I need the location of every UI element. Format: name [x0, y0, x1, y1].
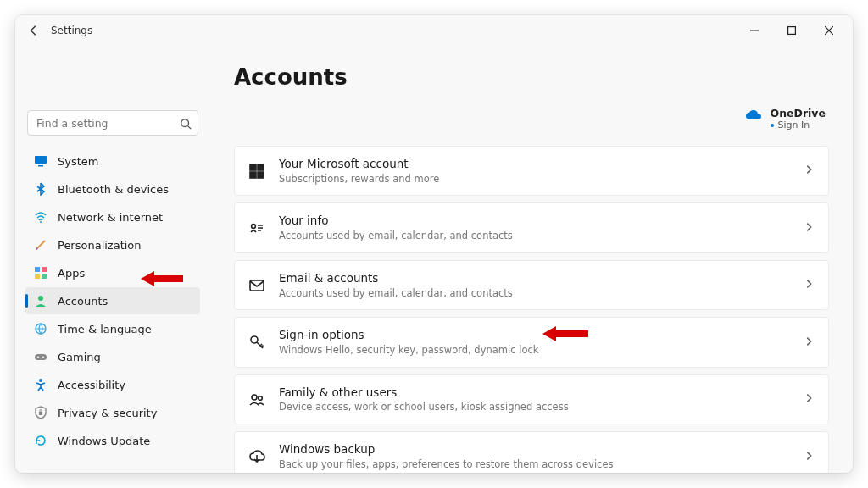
sidebar-item-time-language[interactable]: Time & language [25, 315, 200, 342]
card-sign-in-options[interactable]: Sign-in options Windows Hello, security … [234, 317, 829, 367]
card-title: Your Microsoft account [279, 157, 439, 172]
card-title: Your info [279, 214, 513, 229]
chevron-right-icon [803, 335, 815, 351]
svg-point-23 [252, 395, 257, 400]
chevron-right-icon [803, 391, 815, 408]
sidebar-item-network[interactable]: Network & internet [25, 203, 200, 230]
chevron-right-icon [803, 163, 815, 179]
onedrive-row: OneDrive Sign In [234, 103, 829, 134]
system-icon [34, 154, 47, 168]
sidebar-item-accessibility[interactable]: Accessibility [25, 371, 200, 398]
sidebar-item-label: Gaming [58, 351, 101, 363]
gaming-icon [34, 350, 47, 363]
sidebar-item-label: Time & language [58, 323, 152, 336]
titlebar: Settings [15, 15, 853, 46]
onedrive-card[interactable]: OneDrive Sign In [742, 103, 829, 134]
sidebar-item-personalization[interactable]: Personalization [25, 231, 200, 258]
svg-point-12 [37, 357, 39, 358]
update-icon [34, 434, 47, 447]
card-email-accounts[interactable]: Email & accounts Accounts used by email,… [234, 260, 829, 310]
card-title: Sign-in options [279, 328, 538, 343]
people-icon [248, 391, 265, 408]
card-title: Family & other users [279, 385, 569, 401]
card-body: Your Microsoft account Subscriptions, re… [279, 157, 439, 185]
svg-rect-16 [250, 164, 256, 170]
svg-rect-6 [42, 267, 47, 272]
bluetooth-icon [34, 182, 47, 196]
card-windows-backup[interactable]: Windows backup Back up your files, apps,… [234, 431, 829, 473]
svg-rect-7 [35, 274, 40, 279]
svg-rect-11 [35, 354, 47, 360]
cloud-icon [745, 108, 762, 125]
sidebar-item-windows-update[interactable]: Windows Update [25, 427, 200, 454]
svg-rect-5 [35, 267, 40, 272]
search-icon [180, 117, 192, 129]
search-input[interactable] [27, 110, 198, 136]
shield-icon [34, 406, 47, 419]
settings-window: Settings [15, 15, 853, 473]
minimize-button[interactable] [736, 17, 773, 44]
card-body: Sign-in options Windows Hello, security … [279, 328, 538, 356]
sidebar-item-label: Accounts [58, 295, 108, 308]
brush-icon [34, 238, 47, 252]
card-body: Family & other users Device access, work… [279, 385, 569, 413]
card-subtitle: Back up your files, apps, preferences to… [279, 458, 613, 471]
globe-icon [34, 322, 47, 336]
maximize-button[interactable] [773, 17, 810, 44]
svg-rect-15 [39, 412, 42, 415]
sidebar-item-label: Apps [58, 267, 85, 280]
nav-list: System Bluetooth & devices Network & int… [24, 147, 202, 454]
sidebar-item-bluetooth[interactable]: Bluetooth & devices [25, 175, 200, 202]
card-subtitle: Accounts used by email, calendar, and co… [279, 287, 513, 300]
body-area: System Bluetooth & devices Network & int… [15, 46, 853, 473]
sidebar-item-gaming[interactable]: Gaming [25, 343, 200, 370]
svg-point-4 [40, 221, 42, 223]
svg-point-1 [181, 119, 189, 127]
close-button[interactable] [810, 17, 848, 44]
wifi-icon [34, 210, 47, 224]
sidebar-item-privacy[interactable]: Privacy & security [25, 399, 200, 426]
sidebar-item-label: Privacy & security [58, 407, 157, 419]
search-wrap [27, 110, 198, 136]
svg-point-24 [259, 396, 263, 400]
sidebar-item-label: Bluetooth & devices [58, 183, 169, 196]
svg-point-14 [39, 379, 42, 382]
card-body: Your info Accounts used by email, calend… [279, 214, 513, 241]
sidebar: System Bluetooth & devices Network & int… [15, 46, 210, 473]
svg-point-13 [42, 357, 44, 358]
apps-icon [34, 266, 47, 280]
sidebar-item-label: Network & internet [58, 211, 163, 224]
id-card-icon [248, 219, 265, 236]
card-list: Your Microsoft account Subscriptions, re… [234, 146, 829, 473]
card-title: Email & accounts [279, 271, 513, 286]
accessibility-icon [34, 378, 47, 391]
svg-rect-0 [788, 27, 796, 35]
chevron-right-icon [803, 277, 815, 293]
svg-rect-17 [258, 164, 264, 170]
back-button[interactable] [20, 17, 47, 44]
sidebar-item-system[interactable]: System [25, 147, 200, 175]
svg-rect-18 [250, 172, 256, 178]
window-controls [736, 17, 848, 44]
card-family-other-users[interactable]: Family & other users Device access, work… [234, 374, 829, 424]
svg-rect-3 [38, 165, 43, 167]
person-icon [34, 294, 47, 308]
card-microsoft-account[interactable]: Your Microsoft account Subscriptions, re… [234, 146, 829, 196]
sidebar-item-accounts[interactable]: Accounts [25, 287, 200, 314]
sidebar-item-label: Windows Update [58, 435, 150, 447]
card-your-info[interactable]: Your info Accounts used by email, calend… [234, 202, 829, 252]
sidebar-item-apps[interactable]: Apps [25, 259, 200, 286]
sidebar-item-label: Accessibility [58, 379, 125, 391]
microsoft-logo-icon [248, 163, 265, 180]
sidebar-item-label: Personalization [58, 239, 142, 252]
backup-icon [248, 448, 265, 465]
onedrive-status: Sign In [771, 119, 826, 130]
app-title: Settings [51, 25, 92, 36]
main-content: Accounts OneDrive Sign In [210, 46, 853, 473]
page-title: Accounts [234, 64, 829, 90]
svg-rect-19 [258, 172, 264, 178]
svg-point-9 [38, 296, 43, 301]
card-body: Email & accounts Accounts used by email,… [279, 271, 513, 299]
card-title: Windows backup [279, 442, 613, 458]
chevron-right-icon [803, 449, 815, 465]
